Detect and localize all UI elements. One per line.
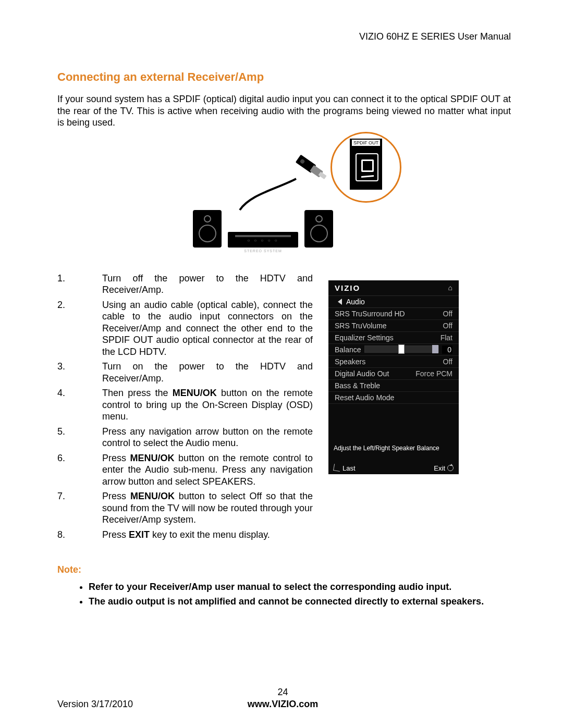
step-item: Then press the MENU/OK button on the rem… <box>57 387 313 423</box>
page: VIZIO 60HZ E SERIES User Manual Connecti… <box>0 0 563 728</box>
osd-row-label: Digital Audio Out <box>335 369 389 378</box>
step-text: Turn off the power to the HDTV and Recei… <box>102 273 313 296</box>
left-arrow-icon <box>338 299 342 305</box>
osd-row-label: SRS TruSurround HD <box>335 310 405 318</box>
osd-exit: Exit <box>434 464 454 472</box>
stereo-system-icon: STEREO SYSTEM <box>193 210 333 248</box>
speaker-left-icon <box>193 210 222 248</box>
step-text: Press MENU/OK button to select Off so th… <box>102 490 313 526</box>
speaker-right-icon <box>304 210 333 248</box>
step-item: Press EXIT key to exit the menu display. <box>57 529 313 541</box>
step-text: Turn on the power to the HDTV and Receiv… <box>102 361 313 384</box>
osd-row-value: Flat <box>440 334 452 342</box>
osd-row-balance: Balance 0 <box>328 344 459 356</box>
step-text: Press any navigation arrow button on the… <box>102 426 313 449</box>
step-text: Using an audio cable (optical cable), co… <box>102 299 313 358</box>
osd-panel: VIZIO ⌂ Audio SRS TruSurround HD Off SRS… <box>328 280 459 474</box>
osd-spacer <box>328 404 459 442</box>
step-item: Turn off the power to the HDTV and Recei… <box>57 273 313 296</box>
spdif-port-label: SPDIF OUT <box>352 140 380 146</box>
illustration-area: SPDIF OUT STEREO SYSTEM <box>57 132 511 252</box>
steps-list: Turn off the power to the HDTV and Recei… <box>57 273 313 544</box>
osd-row-label: SRS TruVolume <box>335 322 387 330</box>
osd-menu-title: Audio <box>328 296 459 308</box>
osd-row-srs-truvolume: SRS TruVolume Off <box>328 320 459 332</box>
spdif-port-panel: SPDIF OUT <box>350 139 382 190</box>
osd-row-digital-audio: Digital Audio Out Force PCM <box>328 368 459 380</box>
osd-menu-label: Audio <box>346 298 365 306</box>
steps-and-osd: Turn off the power to the HDTV and Recei… <box>57 273 511 544</box>
osd-row-value: Off <box>443 322 452 330</box>
step-text: Then press the MENU/OK button on the rem… <box>102 387 313 423</box>
optical-cable-icon <box>229 142 349 215</box>
osd-row-value: Force PCM <box>415 369 452 378</box>
note-heading: Note: <box>57 564 511 575</box>
step-text: Press MENU/OK button on the remote contr… <box>102 452 313 488</box>
page-number: 24 <box>57 687 508 698</box>
osd-row-srs-trusurround: SRS TruSurround HD Off <box>328 308 459 320</box>
note-item: Refer to your Receiver/Amp user manual t… <box>89 581 511 593</box>
osd-last: Last <box>334 464 356 472</box>
osd-row-label: Reset Audio Mode <box>335 393 394 402</box>
step-item: Press MENU/OK button to select Off so th… <box>57 490 313 526</box>
osd-help-text: Adjust the Left/Right Speaker Balance <box>328 442 459 454</box>
osd-footer: Last Exit <box>328 454 459 474</box>
step-item: Press any navigation arrow button on the… <box>57 426 313 449</box>
step-item: Using an audio cable (optical cable), co… <box>57 299 313 358</box>
page-footer: 24 Version 3/17/2010 www.VIZIO.com Versi… <box>57 687 508 710</box>
note-item: The audio output is not amplified and ca… <box>89 595 511 608</box>
footer-url: www.VIZIO.com <box>248 699 318 710</box>
home-icon: ⌂ <box>448 283 452 292</box>
osd-row-speakers: Speakers Off <box>328 356 459 368</box>
back-icon <box>333 463 341 471</box>
stereo-label: STEREO SYSTEM <box>228 249 298 253</box>
section-heading: Connecting an external Receiver/Amp <box>57 70 511 84</box>
note-list: Refer to your Receiver/Amp user manual t… <box>57 581 511 608</box>
osd-row-label: Equalizer Settings <box>335 334 394 342</box>
osd-row-bass-treble: Bass & Treble <box>328 380 459 392</box>
intro-paragraph: If your sound system has a SPDIF (optica… <box>57 93 511 129</box>
osd-logo: VIZIO <box>335 283 360 292</box>
osd-row-label: Balance <box>335 346 361 354</box>
spdif-jack-icon <box>356 153 378 181</box>
osd-row-value: Off <box>443 357 452 366</box>
osd-header: VIZIO ⌂ <box>328 280 459 296</box>
osd-row-equalizer: Equalizer Settings Flat <box>328 332 459 344</box>
exit-icon <box>447 465 454 471</box>
osd-row-label: Bass & Treble <box>335 381 380 390</box>
doc-header: VIZIO 60HZ E SERIES User Manual <box>57 31 511 42</box>
step-text: Press EXIT key to exit the menu display. <box>102 529 313 541</box>
osd-row-label: Speakers <box>335 357 365 366</box>
osd-row-reset-audio: Reset Audio Mode <box>328 392 459 404</box>
osd-row-value: 0 <box>442 346 452 354</box>
footer-version: Version 3/17/2010 <box>57 699 133 710</box>
step-item: Turn on the power to the HDTV and Receiv… <box>57 361 313 384</box>
stereo-receiver-icon <box>228 232 298 248</box>
balance-slider-icon <box>364 346 439 353</box>
osd-row-value: Off <box>443 310 452 318</box>
step-item: Press MENU/OK button on the remote contr… <box>57 452 313 488</box>
